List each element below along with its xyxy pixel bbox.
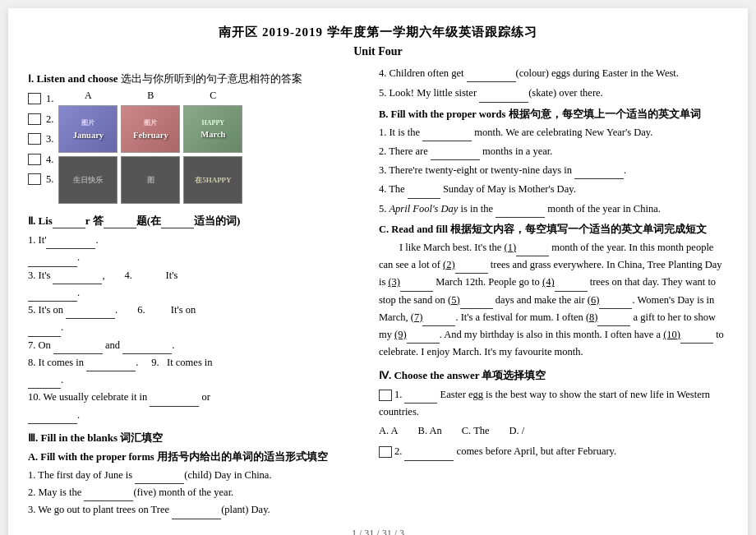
section1-title: Ⅰ. Listen and choose 选出与你所听到的句子意思相符的答案 [28,71,364,86]
section4-title: Ⅳ. Choose the answer 单项选择填空 [379,368,728,383]
left-column: Ⅰ. Listen and choose 选出与你所听到的句子意思相符的答案 1… [28,65,364,519]
blank [28,256,77,267]
answer-box [28,133,41,145]
section3-title: Ⅲ. Fill in the blanks 词汇填空 [28,431,364,445]
image-d3: 在5HAPPY [183,156,242,204]
subB-content: 1. It is the month. We are celebrating N… [379,124,728,218]
blank [161,217,194,228]
answer-box [379,446,392,458]
blank [555,280,588,292]
blank [28,325,61,337]
list-item: 4. [28,150,53,169]
list-item: 4. The Sunday of May is Mother's Day. [379,181,728,198]
blank [431,149,480,160]
blank [86,360,136,371]
blank [680,332,713,344]
list-item: 3. There're twenty-eight or twenty-nine … [379,162,728,179]
listen-items: 1. 2. 3. 4. 5. [28,90,53,189]
blank [422,315,455,326]
blank [574,168,624,179]
right-column: 4. Children often get (colour) eggs duri… [379,65,728,519]
blank [400,280,433,292]
list-item: 3. It's , [28,267,105,284]
list-item: 1. It'. [28,232,364,249]
list-item: 5. Look! My little sister (skate) over t… [379,85,728,102]
answer-box [28,113,41,125]
blank [122,343,172,354]
list-item: 1. [28,90,53,108]
list-item: 10. We usually celebrate it in or [28,389,364,406]
list-item: 9. It comes in [151,354,212,371]
blank [53,273,102,284]
list-item: . [28,319,364,336]
list-item: . [28,371,364,389]
blank [460,297,493,309]
blank [28,290,77,302]
list-item: 4. It's [125,267,178,284]
list-item: 6. It's on [137,302,196,319]
list-item: 4. Children often get (colour) eggs duri… [379,65,728,82]
blank [479,91,528,103]
blank [104,217,136,228]
blank [53,343,103,354]
list-item: . [28,249,364,266]
section4-content: 1. Easter egg is the best way to show th… [379,386,728,461]
list-item: 2. comes before April, but after Februar… [379,443,728,460]
images-area: A B C 图片 January 图片 February [58,90,364,207]
list-item: 3. We go out to plant trees on Tree (pla… [28,501,364,519]
image-february: 图片 February [121,105,180,153]
blank [28,377,61,389]
list-item: 8. It comes in . [28,354,138,371]
answer-box [379,390,392,401]
list-item: 1. Easter egg is the best way to show th… [379,386,728,422]
list-item: 5. It's on . [28,302,118,319]
list-item: 7. On and . [28,337,364,354]
blank [422,130,472,141]
image-d1: 生日快乐 [58,156,118,204]
right-top: 4. Children often get (colour) eggs duri… [379,65,728,103]
subA-title: A. Fill with the proper forms 用括号内给出的单词的… [28,450,364,464]
section1-content: 1. 2. 3. 4. 5. A B C 图片 January [28,90,364,207]
list-item: 2. [28,110,53,129]
list-item: 2. May is the (five) month of the year. [28,484,364,501]
blank [84,490,133,501]
blank [404,450,454,461]
image-row-2: 生日快乐 图 在5HAPPY [58,156,364,204]
blank [597,315,630,326]
page-title: 南开区 2019-2019 学年度第一学期六年级英语跟踪练习 [28,25,728,40]
list-item: 1. It is the month. We are celebrating N… [379,124,728,141]
list-item: 5. April Fool's Day is in the month of t… [379,201,728,218]
list-item: 3. [28,130,53,149]
list-item: . [28,284,364,302]
blank [467,71,516,82]
blank [53,217,85,228]
page-container: 南开区 2019-2019 学年度第一学期六年级英语跟踪练习 Unit Four… [8,8,748,535]
list-item: 5. [28,170,53,189]
blank [404,392,437,404]
list-row: 8. It comes in . 9. It comes in [28,354,364,371]
page-footer: 1 / 31 / 31 / 3 [28,528,728,536]
blank [408,187,440,199]
blank [46,238,95,249]
blank [599,297,632,309]
list-item: 1. The first day of June is (child) Day … [28,467,364,484]
blank [135,473,184,484]
answer-box [28,154,41,165]
section2-title: Ⅱ. Lisr 答题(在适当的词) [28,214,364,228]
image-january: 图片 January [58,105,118,153]
blank [516,245,549,256]
list-row: 3. It's , 4. It's [28,267,364,284]
unit-title: Unit Four [28,45,728,58]
answer-box [28,173,41,185]
subC-content: I like March best. It's the (1) month of… [379,239,728,362]
blank [496,206,545,218]
blank [150,395,199,407]
blank [172,508,221,519]
blank [455,262,488,274]
subA-content: 1. The first day of June is (child) Day … [28,467,364,519]
list-item: 2. There are months in a year. [379,143,728,160]
subC-title: C. Read and fill 根据短文内容，每空填写一个适当的英文单词完成短… [379,223,728,237]
subB-title: B. Fill with the proper words 根据句意，每空填上一… [379,108,728,122]
blank [407,332,440,344]
answer-box [28,93,41,104]
